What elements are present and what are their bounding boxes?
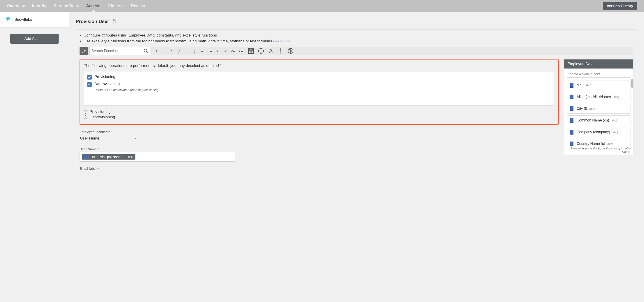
clock-icon[interactable] [258, 48, 264, 54]
deprovisioning-note: Users will be deactivated upon deprovisi… [94, 88, 551, 92]
op-plus[interactable]: + [152, 47, 160, 55]
tab-access[interactable]: Access [86, 0, 100, 12]
function-toolbar: ƒx + - * / ( ) = != > < <= >= [80, 47, 634, 55]
op-gte[interactable]: >= [237, 47, 244, 55]
op-lparen[interactable]: ( [183, 47, 191, 55]
svg-line-1 [146, 52, 148, 53]
add-access-button[interactable]: Add Access [10, 34, 58, 44]
source-icon [570, 118, 574, 123]
item-type: (abc) [606, 142, 613, 146]
function-search-input[interactable] [92, 49, 143, 53]
collapse-icon[interactable] [84, 116, 88, 119]
employee-data-item[interactable]: City (l)(abc) [567, 104, 630, 114]
source-icon [84, 155, 87, 159]
fx-button[interactable]: ƒx [80, 47, 88, 55]
svg-rect-4 [248, 51, 251, 54]
attribute-chip[interactable]: |User Principal Name or UPN [82, 154, 136, 160]
help-icon[interactable]: ? [112, 20, 116, 24]
tab-service-desk[interactable]: Service Desk [54, 0, 79, 12]
svg-rect-5 [251, 51, 254, 54]
op-lte[interactable]: <= [229, 47, 237, 55]
checkbox-label: Provisioning [94, 74, 115, 79]
sidebar-header: Snowflake ⋮ [0, 12, 69, 28]
function-search-wrap [90, 47, 150, 55]
source-icon [570, 83, 574, 88]
op-rparen[interactable]: ) [191, 47, 198, 55]
employee-data-item[interactable]: Country Name (c)(abc) [567, 139, 630, 146]
sidebar-app-name: Snowflake [14, 17, 55, 22]
source-icon [570, 94, 574, 100]
source-icon [570, 141, 574, 146]
op-neq[interactable]: != [206, 47, 214, 55]
op-gt[interactable]: > [214, 47, 222, 55]
collapse-label: Provisioning [90, 110, 111, 114]
op-eq[interactable]: = [198, 47, 206, 55]
math-icon[interactable] [248, 48, 254, 54]
tab-identity[interactable]: Identity [32, 0, 46, 12]
employee-data-list[interactable]: Mail(abc) Alias (mailNickName)(abc) City… [564, 79, 633, 146]
item-label: City (l) [577, 106, 587, 110]
employee-data-footer: More attributes available, continue typi… [564, 146, 633, 154]
checkbox-provisioning[interactable] [87, 75, 92, 80]
info-icon[interactable] [278, 48, 284, 54]
op-divide[interactable]: / [176, 47, 183, 55]
employee-data-header: Employee Data [564, 60, 633, 68]
operations-highlight-box: The following operations are performed b… [80, 59, 558, 125]
chevron-down-icon [134, 138, 136, 139]
item-label: Company (company) [577, 130, 610, 134]
op-lt[interactable]: < [222, 47, 229, 55]
version-history-button[interactable]: Version History [603, 2, 637, 10]
item-label: Common Name (cn) [577, 118, 609, 122]
employee-data-item[interactable]: Common Name (cn)(abc) [567, 116, 630, 125]
learn-more-link[interactable]: Learn more [273, 39, 290, 43]
search-icon[interactable] [143, 48, 148, 54]
checkbox-label: Deprovisioning [94, 82, 120, 86]
config-panel: Configure attributes using Employee Data… [76, 30, 637, 179]
instructions-list: Configure attributes using Employee Data… [80, 32, 634, 44]
item-type: (abc) [612, 130, 618, 134]
instruction-item: Configure attributes using Employee Data… [84, 32, 634, 38]
item-type: (abc) [612, 95, 619, 99]
user-name-input[interactable]: |User Principal Name or UPN [80, 152, 235, 162]
field-employee-identifier: Employee Identifier* User Name [80, 130, 237, 142]
text-icon[interactable] [268, 48, 274, 54]
employee-data-item[interactable]: Alias (mailNickName)(abc) [567, 92, 630, 102]
item-type: (abc) [584, 84, 591, 87]
item-type: (abc) [610, 119, 617, 122]
field-label: Employee Identifier* [80, 130, 237, 134]
field-label: User Name * [80, 147, 237, 151]
topbar: Overview Identity Service Desk Access Ob… [0, 0, 644, 12]
collapse-icon[interactable] [84, 110, 88, 114]
sidebar: Snowflake ⋮ Add Access [0, 12, 69, 302]
item-type: (abc) [588, 107, 595, 110]
employee-data-item[interactable]: Company (company)(abc) [567, 127, 630, 137]
employee-data-search-input[interactable] [568, 71, 630, 78]
checkbox-deprovisioning[interactable] [87, 82, 92, 87]
op-multiply[interactable]: * [168, 47, 176, 55]
svg-point-12 [280, 49, 281, 49]
tab-overview[interactable]: Overview [7, 0, 25, 12]
operations-box: Provisioning Deprovisioning Users will b… [84, 71, 554, 106]
field-user-name: User Name * |User Principal Name or UPN [80, 147, 237, 162]
item-label: Mail [577, 83, 583, 87]
employee-identifier-select[interactable]: User Name [80, 135, 137, 142]
logic-icon[interactable] [287, 48, 294, 54]
employee-data-item[interactable]: Mail(abc) [567, 80, 630, 90]
operations-description: The following operations are performed b… [84, 64, 554, 68]
tab-review[interactable]: Review [131, 0, 145, 12]
top-tabs: Overview Identity Service Desk Access Ob… [7, 0, 145, 12]
svg-line-11 [261, 51, 262, 52]
employee-data-panel: Employee Data Mail(abc) Alias (mailNickN… [564, 59, 634, 155]
source-icon [570, 106, 574, 111]
main-content: Provision User ? Configure attributes us… [69, 12, 644, 302]
checkbox-row-provisioning: Provisioning [87, 74, 551, 80]
scrollbar[interactable] [632, 79, 633, 88]
select-value: User Name [80, 136, 99, 141]
kebab-menu-icon[interactable]: ⋮ [58, 16, 64, 23]
op-minus[interactable]: - [160, 47, 168, 55]
instruction-item: Use excel-style functions from the toolb… [84, 38, 634, 44]
collapse-row-provisioning[interactable]: Provisioning [84, 110, 554, 114]
collapse-row-deprovisioning[interactable]: Deprovisioning [84, 115, 554, 120]
field-email: Email (abc) * [80, 166, 237, 170]
tab-observe[interactable]: Observe [108, 0, 124, 12]
